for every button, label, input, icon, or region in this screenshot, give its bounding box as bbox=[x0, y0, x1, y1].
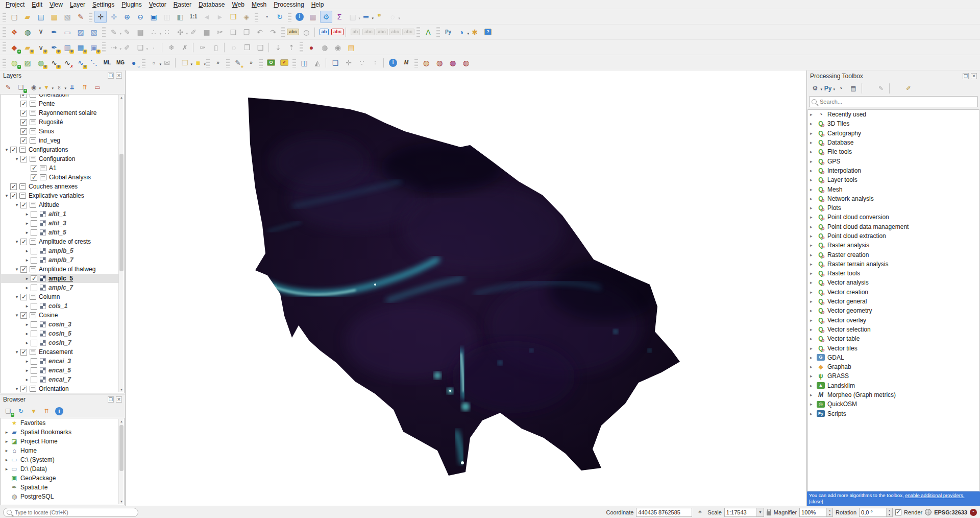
add-feature-button[interactable]: ∷ bbox=[161, 26, 173, 38]
scroll-down-icon[interactable]: ▼ bbox=[119, 499, 124, 504]
layer-visibility-checkbox[interactable] bbox=[31, 165, 37, 172]
label-rules-button[interactable]: abc bbox=[331, 26, 344, 38]
expander-icon[interactable]: ▾ bbox=[13, 294, 20, 299]
layer-item[interactable]: ▸ amplb_5 bbox=[1, 246, 119, 255]
layer-item[interactable]: ▾ Configuration bbox=[1, 154, 119, 163]
expander-icon[interactable] bbox=[810, 364, 817, 369]
layers-scrollbar[interactable]: ▲ ▼ bbox=[118, 95, 124, 392]
expander-icon[interactable] bbox=[810, 355, 817, 360]
toolbox-group-item[interactable]: Q Vector table bbox=[808, 334, 979, 343]
save-edits-button[interactable]: ▤ bbox=[134, 26, 146, 38]
plugin-red-4-button[interactable]: ◍ bbox=[460, 57, 472, 69]
expander-icon[interactable]: ▸ bbox=[23, 368, 31, 373]
identify-features-button[interactable]: i bbox=[293, 11, 306, 23]
properties-widget-button[interactable]: i bbox=[54, 406, 65, 417]
expander-icon[interactable]: ▸ bbox=[3, 457, 10, 462]
spin-down-icon[interactable]: ▼ bbox=[887, 512, 892, 516]
expander-icon[interactable]: ▾ bbox=[3, 147, 10, 152]
layer-visibility-checkbox[interactable] bbox=[31, 321, 37, 328]
expander-icon[interactable] bbox=[810, 308, 817, 313]
layer-item[interactable]: ▾ Explicative variables bbox=[1, 191, 119, 200]
expander-icon[interactable]: ▸ bbox=[23, 340, 31, 345]
browser-item[interactable]: ★ Favorites bbox=[1, 418, 119, 428]
layer-item[interactable]: ▸ encai_5 bbox=[1, 366, 119, 375]
new-geopackage-layer-button[interactable]: ◆ + bbox=[8, 41, 20, 54]
layer-item[interactable]: ▸ cosin_7 bbox=[1, 338, 119, 347]
expander-icon[interactable] bbox=[810, 159, 817, 164]
gray-circle-tool-button[interactable]: ◍ bbox=[318, 41, 331, 54]
collapse-all-button[interactable]: ⇈ bbox=[79, 82, 90, 93]
layer-visibility-checkbox[interactable] bbox=[31, 340, 37, 346]
toolbox-group-item[interactable]: Q Interpolation bbox=[808, 166, 979, 175]
copy-features-button[interactable]: ❏ bbox=[227, 26, 239, 38]
statistics-panel-button[interactable]: Σ bbox=[333, 11, 346, 23]
layer-item[interactable]: Global Analysis bbox=[1, 173, 119, 182]
expander-icon[interactable]: ▾ bbox=[3, 193, 10, 198]
processing-toolbox-button[interactable]: ⚙ bbox=[320, 11, 332, 23]
expander-icon[interactable]: ▸ bbox=[23, 322, 31, 327]
layer-item[interactable]: Sinus bbox=[1, 127, 119, 136]
toolbox-group-item[interactable]: Q Mesh bbox=[808, 184, 979, 194]
enable-providers-link[interactable]: enable additional providers. bbox=[905, 492, 964, 498]
undock-panel-icon[interactable] bbox=[108, 73, 114, 79]
envelope-button[interactable]: ✉ bbox=[161, 57, 173, 69]
rotate-feature-button[interactable]: ✐ bbox=[121, 41, 133, 54]
chevron-down-icon[interactable]: ▼ bbox=[756, 508, 764, 516]
toolbox-group-item[interactable]: Q Plots bbox=[808, 203, 979, 213]
refresh-browser-button[interactable]: ↻ bbox=[15, 406, 27, 417]
expander-icon[interactable]: ▸ bbox=[23, 303, 31, 309]
layer-visibility-checkbox[interactable] bbox=[20, 128, 27, 135]
layer-item[interactable]: ▸ altit_1 bbox=[1, 209, 119, 219]
layer-visibility-checkbox[interactable] bbox=[31, 303, 37, 310]
curve-delete-button[interactable]: ∿ ✗ bbox=[61, 57, 74, 69]
scroll-up-icon[interactable]: ▲ bbox=[119, 95, 124, 100]
layer-item[interactable]: ▾ Amplitude of thalweg bbox=[1, 265, 119, 274]
pan-to-selection-button[interactable]: ✜ bbox=[108, 11, 120, 23]
layer-item[interactable]: Rugosité bbox=[1, 117, 119, 127]
layer-visibility-checkbox[interactable] bbox=[31, 367, 37, 374]
move-feature-button[interactable]: ⇢ bbox=[108, 41, 120, 54]
layer-item[interactable]: Orientation bbox=[1, 94, 119, 99]
scroll-up-icon[interactable]: ▲ bbox=[119, 419, 124, 424]
layer-item[interactable]: A1 bbox=[1, 163, 119, 173]
new-print-layout-button[interactable]: ▦ bbox=[48, 11, 60, 23]
models-button[interactable]: ⚙ bbox=[810, 83, 821, 94]
map-theme-button[interactable]: ▨ bbox=[21, 57, 34, 69]
expander-icon[interactable] bbox=[810, 205, 817, 210]
expander-icon[interactable] bbox=[810, 233, 817, 239]
menu-item[interactable]: Edit bbox=[28, 1, 46, 9]
plugin-red-1-button[interactable]: ◍ bbox=[420, 57, 432, 69]
yellow-pages-button[interactable]: ❒ bbox=[179, 57, 191, 69]
layer-item[interactable]: Couches annexes bbox=[1, 182, 119, 191]
temporal-controller-button[interactable]: ◔ bbox=[260, 11, 273, 23]
remove-layer-button[interactable]: ▭ bbox=[92, 82, 103, 93]
expander-icon[interactable] bbox=[810, 271, 817, 276]
layer-visibility-checkbox[interactable] bbox=[31, 220, 37, 227]
vertex-editor-button[interactable]: V bbox=[35, 26, 47, 38]
cut-features-button[interactable]: ✂ bbox=[214, 26, 226, 38]
expander-icon[interactable]: ▸ bbox=[23, 230, 31, 235]
expander-icon[interactable] bbox=[810, 383, 817, 388]
expander-icon[interactable]: ▾ bbox=[13, 267, 20, 272]
layer-styling-button[interactable]: ✎ bbox=[3, 82, 14, 93]
mg-button[interactable]: MG bbox=[114, 57, 127, 69]
coordinate-extent-icon[interactable]: ✶ bbox=[695, 508, 704, 517]
expander-icon[interactable] bbox=[810, 121, 817, 126]
statistical-summary-button[interactable]: ▦ bbox=[307, 11, 319, 23]
modify-attributes-button[interactable]: ✐ bbox=[187, 26, 200, 38]
close-panel-icon[interactable] bbox=[116, 396, 122, 403]
simplify-feature-button[interactable]: ✗ bbox=[179, 41, 191, 54]
layer-visibility-checkbox[interactable] bbox=[31, 358, 37, 365]
layer-item[interactable]: ▾ Amplitude of crests bbox=[1, 237, 119, 246]
toolbox-group-item[interactable]: Q Cartography bbox=[808, 129, 979, 138]
label-toolbar-button[interactable]: abc bbox=[287, 26, 299, 38]
layer-item[interactable]: ▸ amplb_7 bbox=[1, 255, 119, 265]
help-button[interactable]: ? bbox=[482, 26, 494, 38]
delete-part-button[interactable]: ▯ bbox=[210, 41, 222, 54]
layer-visibility-checkbox[interactable] bbox=[20, 239, 27, 245]
layer-item[interactable]: ▾ Encasement bbox=[1, 347, 119, 357]
plugin-red-2-button[interactable]: ◍ bbox=[433, 57, 446, 69]
new-temp-point-layer-button[interactable]: ∨ ❄ bbox=[35, 41, 47, 54]
overflow-1-button[interactable]: » bbox=[212, 57, 224, 69]
expander-icon[interactable] bbox=[810, 262, 817, 267]
